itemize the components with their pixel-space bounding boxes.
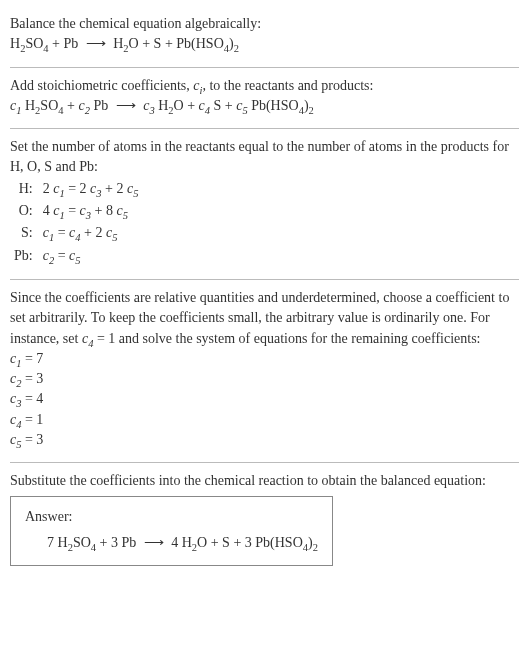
balance-equation: 4 c1 = c3 + 8 c5 [41, 200, 145, 222]
solution-line: c5 = 3 [10, 430, 519, 450]
species-h2o: H2 [110, 36, 129, 51]
divider [10, 279, 519, 280]
reaction-arrow: ⟶ [112, 98, 140, 113]
balance-equation: c2 = c5 [41, 245, 145, 267]
atom-balance-table: H: 2 c1 = 2 c3 + 2 c5 O: 4 c1 = c3 + 8 c… [12, 178, 144, 267]
set-coefficient: c4 [82, 331, 93, 346]
species-h2o: H2 [155, 98, 174, 113]
unbalanced-equation: H2SO4 + Pb ⟶ H2O + S + Pb(HSO4)2 [10, 34, 519, 54]
coef-c4: c4 [199, 98, 210, 113]
balance-equation: 2 c1 = 2 c3 + 2 c5 [41, 178, 145, 200]
plus-text: + Pb [49, 36, 82, 51]
table-row: O: 4 c1 = c3 + 8 c5 [12, 200, 144, 222]
coef-c3: c3 [140, 98, 155, 113]
table-row: S: c1 = c4 + 2 c5 [12, 222, 144, 244]
species-h2so4: H2SO4 [10, 36, 49, 51]
problem-statement: Balance the chemical equation algebraica… [10, 14, 519, 34]
answer-box: Answer: 7 H2SO4 + 3 Pb ⟶ 4 H2O + S + 3 P… [10, 496, 333, 567]
element-label: O: [12, 200, 41, 222]
species-h2o: 4 H2 [168, 535, 197, 550]
section-problem: Balance the chemical equation algebraica… [10, 8, 519, 65]
divider [10, 67, 519, 68]
species-h2so4: H2SO4 [21, 98, 63, 113]
reaction-arrow: ⟶ [82, 36, 110, 51]
species-pbhso42: Pb(HSO4)2 [248, 98, 314, 113]
section-add-coefficients: Add stoichiometric coefficients, ci, to … [10, 70, 519, 127]
coef-c5: c5 [236, 98, 247, 113]
solution-line: c1 = 7 [10, 349, 519, 369]
divider [10, 128, 519, 129]
table-row: Pb: c2 = c5 [12, 245, 144, 267]
reaction-arrow: ⟶ [140, 535, 168, 550]
section-solve: Since the coefficients are relative quan… [10, 282, 519, 460]
element-label: H: [12, 178, 41, 200]
instruction-text: Set the number of atoms in the reactants… [10, 137, 519, 178]
stoich-equation: c1 H2SO4 + c2 Pb ⟶ c3 H2O + c4 S + c5 Pb… [10, 96, 519, 116]
section-answer: Substitute the coefficients into the che… [10, 465, 519, 576]
table-row: H: 2 c1 = 2 c3 + 2 c5 [12, 178, 144, 200]
products-tail: O + S + Pb(HSO4)2 [129, 36, 239, 51]
species-h2so4: 7 H2SO4 [47, 535, 96, 550]
answer-label: Answer: [25, 507, 318, 527]
instruction-text: Since the coefficients are relative quan… [10, 288, 519, 349]
element-label: S: [12, 222, 41, 244]
balanced-equation: 7 H2SO4 + 3 Pb ⟶ 4 H2O + S + 3 Pb(HSO4)2 [25, 533, 318, 553]
section-atom-equations: Set the number of atoms in the reactants… [10, 131, 519, 277]
coef-c2: c2 [78, 98, 89, 113]
instruction-text: Substitute the coefficients into the che… [10, 471, 519, 491]
divider [10, 462, 519, 463]
products-tail: O + S + 3 Pb(HSO4)2 [197, 535, 318, 550]
solution-line: c2 = 3 [10, 369, 519, 389]
balance-equation: c1 = c4 + 2 c5 [41, 222, 145, 244]
element-label: Pb: [12, 245, 41, 267]
solutions-list: c1 = 7 c2 = 3 c3 = 4 c4 = 1 c5 = 3 [10, 349, 519, 450]
solution-line: c3 = 4 [10, 389, 519, 409]
instruction-text: Add stoichiometric coefficients, ci, to … [10, 76, 519, 96]
coef-c1: c1 [10, 98, 21, 113]
solution-line: c4 = 1 [10, 410, 519, 430]
